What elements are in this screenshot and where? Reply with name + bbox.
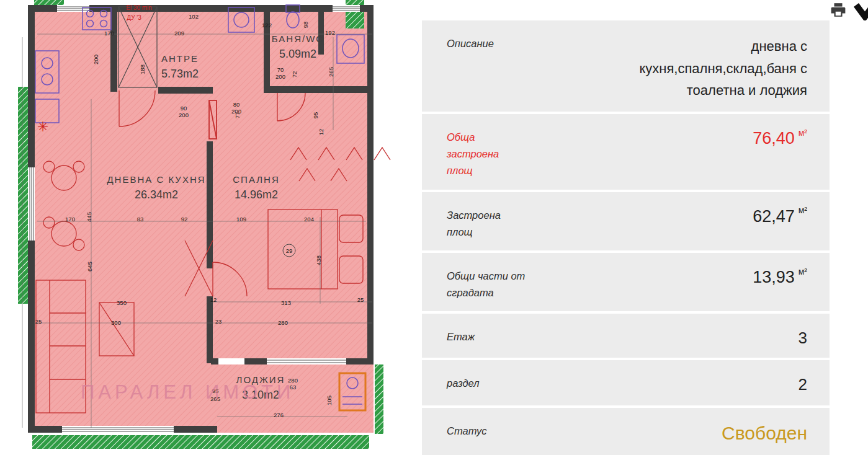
- row-value: 2: [527, 375, 807, 395]
- row-built-area: Застроена площ 62,47м²: [422, 192, 830, 250]
- svg-text:102: 102: [189, 13, 199, 20]
- svg-text:170: 170: [104, 30, 114, 37]
- svg-text:25: 25: [35, 318, 42, 325]
- asterisk-symbol: ✳: [37, 119, 48, 135]
- svg-text:200: 200: [92, 55, 99, 64]
- svg-text:БАНЯ/WC: БАНЯ/WC: [272, 33, 324, 44]
- property-panel: Описание дневна с кухня,спалня,склад,бан…: [422, 0, 868, 455]
- svg-text:25: 25: [357, 296, 364, 303]
- svg-text:92: 92: [181, 216, 188, 223]
- svg-text:80: 80: [233, 101, 240, 108]
- row-value: 76,40м²: [527, 129, 807, 180]
- svg-text:122: 122: [262, 22, 272, 29]
- row-label: раздел: [447, 375, 527, 395]
- svg-text:ДУ '3: ДУ '3: [127, 14, 141, 21]
- svg-text:26.34m2: 26.34m2: [135, 188, 178, 201]
- row-total-built-area: Обща застроена площ 76,40м²: [422, 114, 830, 190]
- row-section: раздел 2: [422, 360, 830, 405]
- row-floor: Етаж 3: [422, 314, 830, 358]
- svg-text:192: 192: [325, 29, 335, 36]
- svg-text:5.73m2: 5.73m2: [161, 68, 199, 80]
- row-label: Етаж: [447, 329, 527, 348]
- svg-text:300: 300: [111, 319, 121, 326]
- row-value: 13,93м²: [527, 268, 807, 301]
- svg-text:23: 23: [215, 318, 222, 325]
- row-label: Застроена площ: [447, 207, 527, 241]
- row-value: дневна с кухня,спалня,склад,баня с тоале…: [614, 35, 807, 102]
- property-details: Описание дневна с кухня,спалня,склад,бан…: [422, 20, 830, 455]
- svg-text:200: 200: [231, 108, 241, 115]
- row-status: Статус Свободен: [422, 408, 830, 455]
- svg-text:12: 12: [318, 129, 324, 136]
- svg-text:109: 109: [236, 216, 246, 223]
- svg-text:ПАРАЛЕЛ ИМОТИ: ПАРАЛЕЛ ИМОТИ: [81, 381, 294, 403]
- svg-text:188: 188: [139, 64, 146, 74]
- svg-text:313: 313: [281, 299, 291, 306]
- chevron-down-icon[interactable]: [853, 2, 868, 20]
- svg-text:438: 438: [315, 255, 322, 265]
- row-common-parts: Общи части от сградата 13,93м²: [422, 253, 830, 311]
- svg-text:350: 350: [117, 299, 127, 306]
- row-value: 3: [527, 329, 807, 348]
- svg-text:200: 200: [179, 112, 189, 118]
- svg-text:70: 70: [277, 66, 284, 73]
- print-icon[interactable]: [830, 2, 847, 18]
- svg-text:95: 95: [312, 112, 319, 119]
- svg-text:170: 170: [65, 216, 75, 223]
- row-label: Обща застроена площ: [447, 129, 527, 180]
- row-description: Описание дневна с кухня,спалня,склад,бан…: [422, 20, 830, 112]
- floor-plan-svg: ✳ АНТРЕ5.73m2БАНЯ/WC5.09m2ДНЕВНА С КУХНЯ…: [0, 0, 422, 455]
- svg-text:72: 72: [291, 71, 298, 78]
- svg-text:АНТРЕ: АНТРЕ: [161, 53, 199, 64]
- svg-text:12: 12: [210, 296, 217, 303]
- row-value: Свободен: [527, 423, 807, 452]
- row-label: Общи части от сградата: [447, 268, 527, 301]
- svg-text:5.09m2: 5.09m2: [279, 48, 316, 60]
- svg-text:El 30 min: El 30 min: [126, 4, 152, 11]
- floor-plan-image[interactable]: ✳ АНТРЕ5.73m2БАНЯ/WC5.09m2ДНЕВНА С КУХНЯ…: [0, 0, 422, 455]
- svg-text:265: 265: [328, 67, 334, 77]
- svg-text:29: 29: [286, 247, 293, 254]
- svg-text:200: 200: [275, 73, 285, 80]
- svg-text:276: 276: [274, 412, 284, 418]
- row-label: Описание: [447, 35, 527, 102]
- svg-text:90: 90: [181, 105, 187, 112]
- row-label: Статус: [447, 423, 527, 452]
- svg-text:14.96m2: 14.96m2: [235, 188, 278, 201]
- svg-text:280: 280: [278, 319, 288, 326]
- svg-text:645: 645: [86, 262, 93, 272]
- svg-text:СПАЛНЯ: СПАЛНЯ: [233, 174, 279, 185]
- svg-text:83: 83: [137, 216, 144, 223]
- svg-text:204: 204: [304, 216, 314, 223]
- svg-text:98: 98: [302, 22, 309, 29]
- svg-text:445: 445: [86, 212, 92, 222]
- svg-text:209: 209: [174, 30, 184, 37]
- svg-text:ДНЕВНА С КУХНЯ: ДНЕВНА С КУХНЯ: [107, 174, 205, 185]
- apartment-floor: [31, 6, 374, 433]
- svg-text:105: 105: [326, 395, 333, 405]
- panel-toolbar: [422, 0, 868, 20]
- status-badge: Свободен: [722, 423, 807, 443]
- row-value: 62,47м²: [527, 207, 807, 241]
